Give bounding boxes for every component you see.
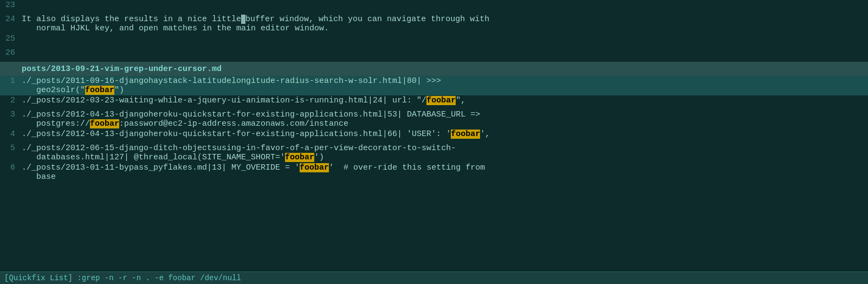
lines-wrapper: 23 24 It also displays the results in a … — [0, 0, 868, 182]
result-line-5[interactable]: 5 ./_posts/2012-06-15-django-ditch-objec… — [0, 143, 868, 163]
status-bar-text: [Quickfix List] :grep -n -r -n . -e foob… — [4, 274, 241, 282]
result-line-number-4: 4 — [0, 130, 22, 139]
file-header-content: posts/2013-09-21-vim-grep-under-cursor.m… — [22, 64, 866, 74]
highlight-foobar-3: foobar — [90, 119, 119, 128]
result-line-6[interactable]: 6 ./_posts/2013-01-11-bypass_pyflakes.md… — [0, 163, 868, 182]
content-area: 23 24 It also displays the results in a … — [0, 0, 868, 272]
result-line-3[interactable]: 3 ./_posts/2012-04-13-djangoheroku-quick… — [0, 109, 868, 129]
line-24: 24 It also displays the results in a nic… — [0, 14, 868, 34]
highlight-foobar-4: foobar — [451, 130, 480, 139]
file-header: posts/2013-09-21-vim-grep-under-cursor.m… — [0, 62, 868, 76]
cursor — [241, 15, 245, 24]
line-number-23: 23 — [0, 1, 22, 10]
line-content-24: It also displays the results in a nice l… — [22, 15, 868, 33]
highlight-foobar-6: foobar — [300, 163, 329, 172]
result-line-number-5: 5 — [0, 144, 22, 153]
result-line-content-1: ./_posts/2011-09-16-djangohaystack-latit… — [22, 76, 868, 95]
editor-container: 23 24 It also displays the results in a … — [0, 0, 868, 284]
line-23: 23 — [0, 0, 868, 14]
result-line-content-2: ./_posts/2012-03-23-waiting-while-a-jque… — [22, 96, 868, 105]
result-line-content-5: ./_posts/2012-06-15-django-ditch-objects… — [22, 144, 868, 162]
result-line-number-2: 2 — [0, 96, 22, 105]
highlight-foobar-5: foobar — [285, 153, 314, 162]
result-line-4[interactable]: 4 ./_posts/2012-04-13-djangoheroku-quick… — [0, 129, 868, 143]
line-number-25: 25 — [0, 34, 22, 43]
result-line-number-3: 3 — [0, 110, 22, 119]
result-line-number-1: 1 — [0, 76, 22, 86]
result-line-number-6: 6 — [0, 163, 22, 172]
highlight-foobar-2: foobar — [426, 96, 456, 105]
highlight-foobar-1: foobar — [85, 86, 114, 95]
line-26: 26 — [0, 48, 868, 62]
line-number-24: 24 — [0, 15, 22, 24]
result-line-content-6: ./_posts/2013-01-11-bypass_pyflakes.md|1… — [22, 163, 868, 182]
result-line-2[interactable]: 2 ./_posts/2012-03-23-waiting-while-a-jq… — [0, 95, 868, 109]
line-25: 25 — [0, 34, 868, 48]
result-line-content-3: ./_posts/2012-04-13-djangoheroku-quickst… — [22, 110, 868, 128]
result-line-1[interactable]: 1 ./_posts/2011-09-16-djangohaystack-lat… — [0, 76, 868, 95]
status-bar: [Quickfix List] :grep -n -r -n . -e foob… — [0, 272, 868, 284]
result-line-content-4: ./_posts/2012-04-13-djangoheroku-quickst… — [22, 130, 868, 139]
line-number-26: 26 — [0, 48, 22, 57]
